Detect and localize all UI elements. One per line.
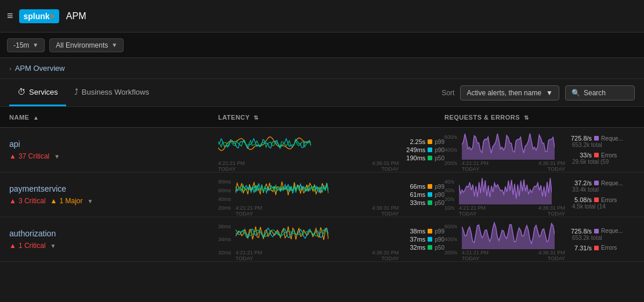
- time-selector[interactable]: -15m ▼: [7, 38, 45, 52]
- alert-critical: ▲ 37 Critical: [9, 152, 49, 160]
- latency-time-labels: 4:21:21 PMTODAY4:36:31 PMTODAY: [236, 205, 399, 217]
- requests-metrics: 725.8/s Reque... 653.2k total 7.31/s Err…: [571, 228, 635, 251]
- time-start: 4:21:21 PMTODAY: [462, 250, 489, 261]
- metric-value: 61ms: [404, 191, 425, 198]
- env-value: All Environments: [56, 41, 108, 49]
- req-dot-icon: [594, 229, 599, 233]
- requests-chart-wrap: 4:21:21 PMTODAY4:36:31 PMTODAY: [459, 172, 565, 217]
- service-name[interactable]: paymentservice: [9, 184, 218, 193]
- metric-dot-icon: [428, 245, 432, 250]
- requests-chart-wrap: 4:21:21 PMTODAY4:36:31 PMTODAY: [462, 217, 565, 261]
- app-title: APM: [66, 11, 86, 21]
- service-name[interactable]: authorization: [9, 229, 218, 238]
- toolbar: -15m ▼ All Environments ▼: [0, 33, 644, 58]
- metric-dot-icon: [428, 184, 432, 189]
- service-info: authorization▲ 1 Critical▼: [9, 229, 218, 250]
- tab-services[interactable]: ⏱ Services: [9, 79, 66, 106]
- sort-area: Sort Active alerts, then name ▼ 🔍 Search: [442, 85, 635, 100]
- y-axis-label: 30/s: [444, 188, 454, 193]
- breadcrumb-chevron-icon: ›: [9, 65, 12, 72]
- service-name[interactable]: api: [9, 139, 218, 149]
- time-caret-icon: ▼: [32, 42, 38, 48]
- y-axis-label: 60ms: [218, 188, 231, 193]
- y-axis-label: 400/s: [444, 147, 457, 153]
- latency-time-labels: 4:21:21 PMTODAY4:36:31 PMTODAY: [236, 250, 399, 261]
- latency-sort-icon: ⇅: [254, 114, 259, 121]
- name-sort-icon: ▲: [33, 114, 39, 121]
- err-value: 7.31/s: [571, 245, 592, 251]
- env-caret-icon: ▼: [111, 42, 117, 48]
- metric-value: 249ms: [404, 146, 425, 153]
- alert-dropdown-button[interactable]: ▼: [87, 198, 93, 204]
- y-axis-label: 40ms: [218, 196, 231, 202]
- time-start: 4:21:21 PMTODAY: [462, 160, 489, 172]
- sort-dropdown[interactable]: Active alerts, then name ▼: [460, 85, 559, 100]
- req-value: 725.8/s: [571, 135, 592, 142]
- requests-metrics: 725.8/s Reque... 653.2k total 33/s Error…: [571, 135, 635, 165]
- environment-selector[interactable]: All Environments ▼: [49, 38, 124, 52]
- latency-metrics: 2.25s p99 249ms p90 190ms p50: [404, 138, 444, 161]
- metric-value: 66ms: [404, 183, 425, 190]
- requests-chart-wrap: 4:21:21 PMTODAY4:36:31 PMTODAY: [462, 128, 565, 172]
- errors-metric: 33/s Errors 29.6k total (59: [571, 152, 635, 165]
- y-axis-label: 80ms: [218, 179, 231, 185]
- metric-label: p99: [435, 184, 444, 190]
- alert-triangle-icon: ▲: [9, 242, 16, 250]
- metric-label: p50: [435, 155, 444, 161]
- alert-triangle-icon: ▲: [9, 197, 16, 205]
- metric-dot-icon: [428, 139, 432, 144]
- metric-p99: 38ms p99: [404, 228, 444, 235]
- time-start: 4:21:21 PMTODAY: [236, 205, 262, 217]
- errors-metric: 7.31/s Errors: [571, 245, 635, 251]
- alert-dropdown-button[interactable]: ▼: [54, 153, 60, 160]
- alert-critical: ▲ 3 Critical: [9, 197, 46, 205]
- y-axis-label: 32ms: [218, 250, 231, 256]
- y-axis-label: 20/s: [444, 196, 454, 202]
- requests-sort-icon: ⇅: [524, 114, 529, 121]
- table-row: authorization▲ 1 Critical▼36ms34ms32ms4:…: [0, 217, 644, 262]
- y-axis-label: 200/s: [444, 160, 457, 166]
- metric-dot-icon: [428, 148, 432, 152]
- metric-label: p50: [435, 200, 444, 206]
- breadcrumb-link[interactable]: APM Overview: [15, 64, 65, 73]
- metric-value: 2.25s: [404, 138, 425, 145]
- service-info: paymentservice▲ 3 Critical▲ 1 Major▼: [9, 184, 218, 205]
- tab-workflows-label: Business Workflows: [82, 88, 149, 96]
- search-box[interactable]: 🔍 Search: [565, 85, 635, 100]
- err-dot-icon: [594, 197, 599, 202]
- alert-dropdown-button[interactable]: ▼: [50, 243, 56, 249]
- requests-data: 600/s400/s200/s4:21:21 PMTODAY4:36:31 PM…: [444, 217, 635, 261]
- err-label: Errors: [601, 152, 617, 159]
- metric-label: p99: [435, 139, 444, 145]
- time-end: 4:36:31 PMTODAY: [372, 250, 399, 261]
- latency-data: 80ms60ms40ms20ms4:21:21 PMTODAY4:36:31 P…: [218, 172, 444, 217]
- metric-label: p90: [435, 147, 444, 153]
- metric-label: p50: [435, 245, 444, 251]
- time-value: -15m: [13, 41, 29, 49]
- requests-metric: 725.8/s Reque... 653.2k total: [571, 135, 635, 148]
- alert-major: ▲ 1 Major: [50, 197, 83, 205]
- time-end: 4:36:31 PMTODAY: [372, 205, 399, 217]
- workflows-tab-icon: ⤴: [74, 87, 78, 96]
- latency-data: 4:21:21 PMTODAY4:36:31 PMTODAY 2.25s p99…: [218, 128, 444, 172]
- latency-chart-wrap: 4:21:21 PMTODAY4:36:31 PMTODAY: [236, 172, 399, 217]
- table-header: NAME ▲ LATENCY ⇅ REQUESTS & ERRORS ⇅: [0, 107, 644, 128]
- metric-value: 32ms: [404, 244, 425, 251]
- tab-workflows[interactable]: ⤴ Business Workflows: [66, 79, 157, 106]
- time-start: 4:21:21 PMTODAY: [218, 160, 245, 172]
- req-total: 653.2k total: [572, 142, 635, 148]
- metric-dot-icon: [428, 237, 432, 242]
- latency-data: 36ms34ms32ms4:21:21 PMTODAY4:36:31 PMTOD…: [218, 217, 444, 261]
- metric-value: 190ms: [404, 154, 425, 161]
- hamburger-icon[interactable]: ≡: [7, 10, 13, 22]
- alert-triangle-icon: ▲: [50, 197, 57, 205]
- latency-y-axis: 80ms60ms40ms20ms: [218, 179, 231, 211]
- sort-caret-icon: ▼: [546, 89, 553, 97]
- service-info: api▲ 37 Critical▼: [9, 139, 218, 160]
- err-total: 29.6k total (59: [572, 159, 635, 165]
- metric-p50: 32ms p50: [404, 244, 444, 251]
- metric-p99: 2.25s p99: [404, 138, 444, 145]
- latency-metrics: 38ms p99 37ms p90 32ms p50: [404, 228, 444, 251]
- metric-p90: 61ms p90: [404, 191, 444, 198]
- service-alerts: ▲ 1 Critical▼: [9, 242, 218, 250]
